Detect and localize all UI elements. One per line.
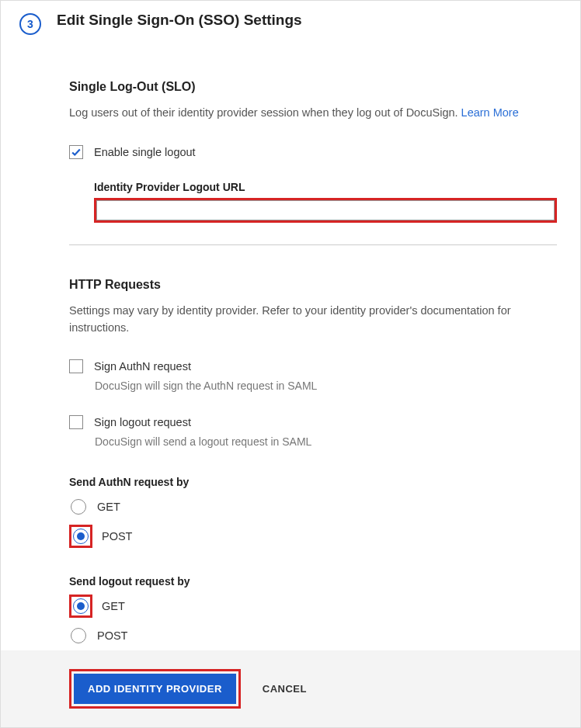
add-identity-provider-button[interactable]: ADD IDENTITY PROVIDER: [74, 674, 236, 704]
send-authn-get-wrapper: [69, 497, 88, 516]
sign-logout-sub: DocuSign will send a logout request in S…: [95, 435, 557, 448]
sign-authn-label: Sign AuthN request: [94, 360, 191, 373]
sign-authn-sub: DocuSign will sign the AuthN request in …: [95, 380, 557, 392]
step-number: 3: [27, 18, 33, 30]
send-authn-post-radio[interactable]: [73, 529, 89, 544]
sign-authn-checkbox[interactable]: [69, 359, 83, 373]
enable-slo-row: Enable single logout: [69, 145, 557, 159]
logout-url-highlight: [94, 198, 557, 223]
content-area: Single Log-Out (SLO) Log users out of th…: [1, 80, 580, 647]
send-logout-post-wrapper: [69, 626, 88, 645]
send-authn-post-row: POST: [69, 525, 557, 547]
sign-logout-row: Sign logout request: [69, 415, 557, 429]
send-authn-get-row: GET: [69, 496, 557, 518]
footer-bar: ADD IDENTITY PROVIDER CANCEL: [1, 650, 580, 727]
add-provider-highlight: ADD IDENTITY PROVIDER: [69, 669, 241, 709]
page-title: Edit Single Sign-On (SSO) Settings: [57, 12, 302, 29]
send-authn-post-highlight: [69, 525, 92, 548]
send-authn-get-radio[interactable]: [71, 499, 86, 515]
section-divider: [69, 244, 557, 245]
http-section-title: HTTP Requests: [69, 278, 557, 292]
send-logout-post-label: POST: [97, 629, 127, 642]
send-logout-post-row: POST: [69, 625, 557, 647]
sign-logout-checkbox[interactable]: [69, 415, 83, 429]
send-logout-get-label: GET: [102, 600, 125, 612]
logout-url-group: Identity Provider Logout URL: [94, 181, 557, 223]
enable-slo-label: Enable single logout: [94, 146, 196, 158]
slo-section-title: Single Log-Out (SLO): [69, 80, 557, 94]
send-logout-group-label: Send logout request by: [69, 575, 557, 588]
send-logout-get-highlight: [69, 595, 92, 618]
http-description: Settings may vary by identity provider. …: [69, 303, 557, 337]
slo-description: Log users out of their identity provider…: [69, 105, 557, 122]
learn-more-link[interactable]: Learn More: [461, 106, 519, 119]
step-indicator: 3: [19, 13, 41, 35]
sign-logout-label: Sign logout request: [94, 416, 191, 428]
cancel-button[interactable]: CANCEL: [263, 683, 307, 695]
send-logout-get-radio[interactable]: [73, 598, 89, 614]
send-logout-post-radio[interactable]: [71, 628, 86, 643]
sign-authn-row: Sign AuthN request: [69, 359, 557, 373]
enable-slo-checkbox[interactable]: [69, 145, 83, 159]
logout-url-input[interactable]: [96, 200, 555, 220]
send-authn-get-label: GET: [97, 501, 120, 513]
send-authn-group-label: Send AuthN request by: [69, 476, 557, 488]
check-icon: [71, 147, 82, 158]
logout-url-label: Identity Provider Logout URL: [94, 181, 557, 193]
send-authn-post-label: POST: [102, 530, 132, 543]
page-header: 3 Edit Single Sign-On (SSO) Settings: [1, 1, 580, 35]
send-logout-get-row: GET: [69, 595, 557, 617]
